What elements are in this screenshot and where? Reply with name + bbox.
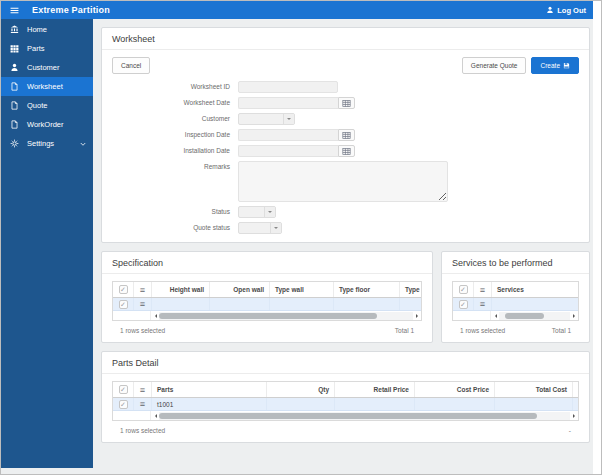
sidebar-item-label: Customer <box>27 63 87 72</box>
column-header-retail-price[interactable]: Retail Price <box>334 382 414 397</box>
row-checkbox[interactable]: ✓ <box>119 400 128 409</box>
sidebar-item-settings[interactable]: Settings <box>1 134 93 153</box>
customer-select[interactable] <box>238 113 295 125</box>
scrollbar-thumb[interactable] <box>505 313 544 319</box>
column-header-services[interactable]: Services <box>491 282 578 297</box>
cell-qty <box>266 398 334 410</box>
cell-cost-price <box>414 398 494 410</box>
create-button[interactable]: Create <box>531 57 579 74</box>
specification-region: Specification ✓ ≡ Height wall Open wall … <box>101 251 433 343</box>
column-header-blank <box>572 382 583 397</box>
parts-detail-hscrollbar <box>113 411 578 420</box>
worksheet-id-field[interactable] <box>238 81 338 93</box>
user-icon <box>546 6 554 14</box>
parts-detail-grid-footer: 1 rows selected - <box>112 421 579 436</box>
scrollbar-track[interactable] <box>159 412 570 420</box>
services-grid-footer: 1 rows selected Total 1 <box>452 321 579 336</box>
cell-open-wall <box>209 298 269 310</box>
frozen-columns-gap <box>113 311 151 320</box>
scrollbar-track[interactable] <box>159 312 413 320</box>
installation-date-field[interactable] <box>238 145 338 157</box>
services-hscrollbar <box>453 311 578 320</box>
column-header-type-finish[interactable]: Type fini <box>399 282 421 297</box>
column-header-type-floor[interactable]: Type floor <box>333 282 399 297</box>
scroll-right-arrow[interactable] <box>413 312 421 320</box>
row-actions-menu-icon[interactable]: ≡ <box>133 298 151 310</box>
inspection-date-picker-button[interactable] <box>338 129 355 141</box>
services-table-row[interactable]: ✓ ≡ <box>453 298 578 311</box>
scrollbar-track[interactable] <box>499 312 570 320</box>
row-actions-menu-icon[interactable]: ≡ <box>473 282 491 297</box>
generate-quote-button[interactable]: Generate Quote <box>462 57 527 74</box>
row-actions-menu-icon[interactable]: ≡ <box>133 282 151 297</box>
scroll-left-arrow[interactable] <box>491 312 499 320</box>
specification-grid: ✓ ≡ Height wall Open wall Type wall Type… <box>112 281 422 321</box>
app-title: Extreme Partition <box>32 5 110 15</box>
status-select[interactable] <box>238 206 276 218</box>
services-header-row: ✓ ≡ Services <box>453 282 578 298</box>
cancel-button[interactable]: Cancel <box>112 57 150 74</box>
select-arrow-icon <box>283 114 294 124</box>
app-frame: Extreme Partition Log Out Home Parts <box>1 1 593 474</box>
scrollbar-thumb[interactable] <box>159 313 377 319</box>
row-actions-menu-icon[interactable]: ≡ <box>133 382 151 397</box>
worksheet-date-field[interactable] <box>238 97 338 109</box>
frozen-columns-gap <box>453 311 491 320</box>
sidebar-item-workorder[interactable]: WorkOrder <box>1 115 93 134</box>
form-row-quote-status: Quote status <box>112 222 579 234</box>
grids-row: Specification ✓ ≡ Height wall Open wall … <box>101 251 590 343</box>
column-header-total-cost[interactable]: Total Cost <box>494 382 572 397</box>
total-count: Total 1 <box>552 327 571 334</box>
row-checkbox[interactable]: ✓ <box>459 300 468 309</box>
form-row-worksheet-date: Worksheet Date <box>112 97 579 109</box>
select-all-checkbox[interactable]: ✓ <box>119 385 128 394</box>
column-header-height-wall[interactable]: Height wall <box>151 282 209 297</box>
scroll-left-arrow[interactable] <box>151 412 159 420</box>
form-row-worksheet-id: Worksheet ID <box>112 81 579 93</box>
file-icon <box>9 101 19 111</box>
worksheet-date-picker-button[interactable] <box>338 97 355 109</box>
row-checkbox[interactable]: ✓ <box>119 300 128 309</box>
sidebar-item-home[interactable]: Home <box>1 20 93 39</box>
logout-button[interactable]: Log Out <box>546 6 586 15</box>
column-header-cost-price[interactable]: Cost Price <box>414 382 494 397</box>
chevron-down-icon[interactable] <box>79 140 87 148</box>
logout-label: Log Out <box>557 6 586 15</box>
services-region-title: Services to be performed <box>442 252 589 274</box>
cell-total-cost <box>494 398 572 410</box>
status-label: Status <box>112 206 238 218</box>
column-header-qty[interactable]: Qty <box>266 382 334 397</box>
form-row-remarks: Remarks <box>112 161 579 202</box>
row-select-cell: ✓ <box>453 298 473 310</box>
column-header-type-wall[interactable]: Type wall <box>269 282 333 297</box>
sidebar-item-customer[interactable]: Customer <box>1 58 93 77</box>
sidebar: Home Parts Customer Worksheet Quote <box>1 19 93 468</box>
cell-height-wall <box>151 298 209 310</box>
column-header-open-wall[interactable]: Open wall <box>209 282 269 297</box>
row-actions-menu-icon[interactable]: ≡ <box>473 298 491 310</box>
installation-date-picker-button[interactable] <box>338 145 355 157</box>
inspection-date-field[interactable] <box>238 129 338 141</box>
hamburger-menu-icon[interactable] <box>8 4 20 16</box>
select-all-checkbox[interactable]: ✓ <box>119 285 128 294</box>
row-actions-menu-icon[interactable]: ≡ <box>133 398 151 410</box>
remarks-textarea[interactable] <box>238 161 448 202</box>
scroll-left-arrow[interactable] <box>151 312 159 320</box>
sidebar-item-quote[interactable]: Quote <box>1 96 93 115</box>
sidebar-item-parts[interactable]: Parts <box>1 39 93 58</box>
scroll-right-arrow[interactable] <box>570 412 578 420</box>
select-all-checkbox[interactable]: ✓ <box>459 285 468 294</box>
cell-type-floor <box>333 298 399 310</box>
file-icon <box>9 120 19 130</box>
scroll-right-arrow[interactable] <box>570 312 578 320</box>
specification-region-body: ✓ ≡ Height wall Open wall Type wall Type… <box>102 274 432 342</box>
rows-selected-status: 1 rows selected <box>120 427 165 434</box>
parts-detail-table-row[interactable]: ✓ ≡ t1001 <box>113 398 578 411</box>
specification-table-row[interactable]: ✓ ≡ <box>113 298 421 311</box>
quote-status-select[interactable] <box>238 222 282 234</box>
sidebar-item-worksheet[interactable]: Worksheet <box>1 77 93 96</box>
customer-label: Customer <box>112 113 238 125</box>
form-row-status: Status <box>112 206 579 218</box>
scrollbar-thumb[interactable] <box>159 413 537 419</box>
column-header-parts[interactable]: Parts <box>151 382 266 397</box>
